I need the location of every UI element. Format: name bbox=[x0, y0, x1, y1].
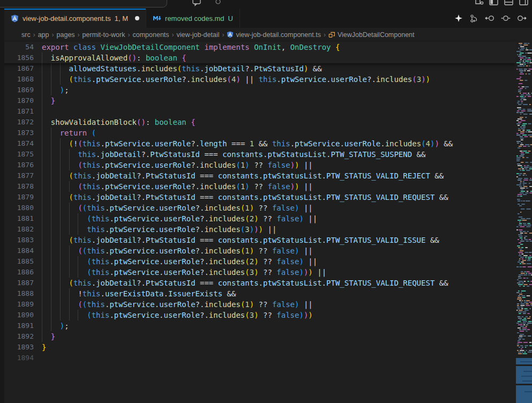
copilot-sparkle-icon[interactable] bbox=[454, 14, 463, 23]
code-line[interactable]: 1882this.ptwService.userRole?.includes(3… bbox=[0, 224, 516, 235]
line-number[interactable]: 1890 bbox=[4, 310, 34, 320]
code-line[interactable]: 1885(this.ptwService.userRole?.includes(… bbox=[0, 256, 516, 267]
line-number[interactable]: 1887 bbox=[4, 278, 34, 288]
code-line[interactable]: 1876(this.ptwService.userRole?.includes(… bbox=[0, 160, 516, 170]
command-center[interactable] bbox=[0, 0, 167, 8]
code-text[interactable]: this.jobDetail?.PtwStatusId === constant… bbox=[42, 149, 430, 160]
code-text[interactable]: (this.ptwService.userRole?.includes(2) ?… bbox=[42, 256, 322, 267]
code-text[interactable]: (this.ptwService.userRole?.includes(3) ?… bbox=[42, 310, 313, 320]
line-number[interactable]: 1876 bbox=[4, 160, 34, 170]
line-number[interactable]: 1877 bbox=[4, 170, 34, 181]
code-text[interactable]: ((this.ptwService.userRole?.includes(1) … bbox=[42, 203, 317, 213]
code-text[interactable]: } bbox=[42, 95, 55, 106]
code-line[interactable]: 1886(this.ptwService.userRole?.includes(… bbox=[0, 267, 516, 278]
code-line[interactable]: 1891); bbox=[0, 320, 516, 331]
code-text[interactable]: (this.ptwService.userRole?.includes(1) ?… bbox=[42, 160, 317, 170]
code-line[interactable]: 1872showValidationBlock(): boolean { bbox=[0, 117, 516, 128]
tab-removed-codes[interactable]: removed codes.md U bbox=[146, 9, 240, 28]
code-line[interactable]: 1890(this.ptwService.userRole?.includes(… bbox=[0, 310, 516, 320]
code-line[interactable]: 1894 bbox=[0, 353, 516, 363]
code-text[interactable]: (!(this.ptwService.userRole?.length === … bbox=[42, 138, 458, 149]
code-text[interactable]: (this.jobDetail?.PtwStatusId === constan… bbox=[42, 235, 444, 245]
code-line[interactable]: 1884((this.ptwService.userRole?.includes… bbox=[0, 245, 516, 256]
code-line[interactable]: 1880((this.ptwService.userRole?.includes… bbox=[0, 203, 516, 213]
code-line[interactable]: 1871 bbox=[0, 106, 516, 117]
code-line[interactable]: 1889((this.ptwService.userRole?.includes… bbox=[0, 299, 516, 310]
code-line[interactable]: 1869); bbox=[0, 85, 516, 95]
code-line[interactable]: 1881(this.ptwService.userRole?.includes(… bbox=[0, 213, 516, 224]
customize-layout-icon[interactable] bbox=[474, 0, 484, 7]
previous-change-icon[interactable] bbox=[485, 14, 494, 23]
source-control-graph-icon[interactable] bbox=[469, 14, 478, 23]
code-text[interactable]: allowedStatuses.includes(this.jobDetail?… bbox=[42, 63, 326, 74]
line-number[interactable]: 1869 bbox=[4, 85, 34, 95]
code-line[interactable]: 54export class ViewJobDetailComponent im… bbox=[0, 42, 516, 53]
breadcrumb-item[interactable]: src bbox=[21, 31, 31, 39]
line-number[interactable]: 1888 bbox=[4, 288, 34, 299]
breadcrumb-item[interactable]: permit-to-work bbox=[83, 31, 125, 39]
code-line[interactable]: 1875this.jobDetail?.PtwStatusId === cons… bbox=[0, 149, 516, 160]
line-number[interactable]: 1880 bbox=[4, 203, 34, 213]
code-line[interactable]: 1856isApprovalAllowed(): boolean { bbox=[0, 53, 516, 63]
code-text[interactable]: (this.ptwService.userRole?.includes(3) ?… bbox=[42, 267, 331, 278]
line-number[interactable]: 1884 bbox=[4, 245, 34, 256]
code-text[interactable]: } bbox=[42, 342, 46, 353]
breadcrumb-file[interactable]: view-job-detail.component.ts bbox=[227, 31, 320, 39]
line-number[interactable]: 1875 bbox=[4, 149, 34, 160]
toggle-secondary-sidebar-icon[interactable] bbox=[519, 0, 529, 7]
code-text[interactable]: (this.ptwService.userRole?.includes(1) ?… bbox=[42, 181, 317, 192]
code-line[interactable]: 1874(!(this.ptwService.userRole?.length … bbox=[0, 138, 516, 149]
line-number[interactable]: 1894 bbox=[4, 353, 34, 363]
next-change-icon[interactable] bbox=[517, 14, 527, 23]
code-text[interactable]: showValidationBlock(): boolean { bbox=[42, 117, 196, 128]
line-number[interactable]: 1892 bbox=[4, 331, 34, 342]
badge-small-icon[interactable] bbox=[214, 0, 222, 6]
code-text[interactable] bbox=[42, 106, 51, 117]
sticky-scroll[interactable]: 54export class ViewJobDetailComponent im… bbox=[0, 42, 516, 63]
code-line[interactable]: 1879(this.jobDetail?.PtwStatusId === con… bbox=[0, 192, 516, 203]
code-text[interactable]: isApprovalAllowed(): boolean { bbox=[42, 53, 186, 63]
dirty-indicator-dot[interactable] bbox=[135, 16, 139, 20]
code-line[interactable]: 1883(this.jobDetail?.PtwStatusId === con… bbox=[0, 235, 516, 245]
tab-view-job-detail-component[interactable]: view-job-detail.component.ts 1, M bbox=[4, 9, 146, 28]
toggle-panel-icon[interactable] bbox=[504, 0, 514, 7]
line-number[interactable]: 1882 bbox=[4, 224, 34, 235]
code-line[interactable]: 1877(this.jobDetail?.PtwStatusId === con… bbox=[0, 170, 516, 181]
line-number[interactable]: 1879 bbox=[4, 192, 34, 203]
line-number[interactable]: 1874 bbox=[4, 138, 34, 149]
code-text[interactable]: return ( bbox=[42, 128, 96, 138]
line-number[interactable]: 1886 bbox=[4, 267, 34, 278]
line-number[interactable]: 1881 bbox=[4, 213, 34, 224]
code-line[interactable]: 1893} bbox=[0, 342, 516, 353]
code-text[interactable]: this.ptwService.userRole?.includes(3))) … bbox=[42, 224, 281, 235]
line-number[interactable]: 1889 bbox=[4, 299, 34, 310]
code-text[interactable]: ); bbox=[42, 320, 69, 331]
breadcrumb-symbol-class[interactable]: ViewJobDetailComponent bbox=[328, 31, 415, 39]
line-number[interactable]: 1868 bbox=[4, 74, 34, 85]
line-number[interactable]: 1893 bbox=[4, 342, 34, 353]
line-number[interactable]: 54 bbox=[4, 42, 34, 53]
code-text[interactable]: (this.ptwService.userRole?.includes(2) ?… bbox=[42, 213, 322, 224]
line-number[interactable]: 1878 bbox=[4, 181, 34, 192]
code-line[interactable]: 1878(this.ptwService.userRole?.includes(… bbox=[0, 181, 516, 192]
code-area[interactable]: 1867allowedStatuses.includes(this.jobDet… bbox=[0, 63, 516, 363]
code-text[interactable]: !this.userExistData.IssuerExists && bbox=[42, 288, 241, 299]
minimap[interactable] bbox=[516, 42, 532, 403]
feedback-comment-icon[interactable] bbox=[192, 0, 203, 8]
line-number[interactable]: 1873 bbox=[4, 128, 34, 138]
code-line[interactable]: 1870} bbox=[0, 95, 516, 106]
line-number[interactable]: 1885 bbox=[4, 256, 34, 267]
toggle-primary-sidebar-icon[interactable] bbox=[489, 0, 499, 7]
breadcrumb-item[interactable]: pages bbox=[57, 31, 75, 39]
code-text[interactable]: (this.jobDetail?.PtwStatusId === constan… bbox=[42, 192, 453, 203]
code-text[interactable]: ((this.ptwService.userRole?.includes(1) … bbox=[42, 245, 317, 256]
code-line[interactable]: 1892} bbox=[0, 331, 516, 342]
code-line[interactable]: 1867allowedStatuses.includes(this.jobDet… bbox=[0, 63, 516, 74]
line-number[interactable]: 1870 bbox=[4, 95, 34, 106]
code-line[interactable]: 1873return ( bbox=[0, 128, 516, 138]
code-text[interactable]: ((this.ptwService.userRole?.includes(1) … bbox=[42, 299, 317, 310]
code-text[interactable]: export class ViewJobDetailComponent impl… bbox=[42, 42, 340, 53]
line-number[interactable]: 1883 bbox=[4, 235, 34, 245]
code-text[interactable]: } bbox=[42, 331, 55, 342]
line-number[interactable]: 1856 bbox=[4, 53, 34, 63]
